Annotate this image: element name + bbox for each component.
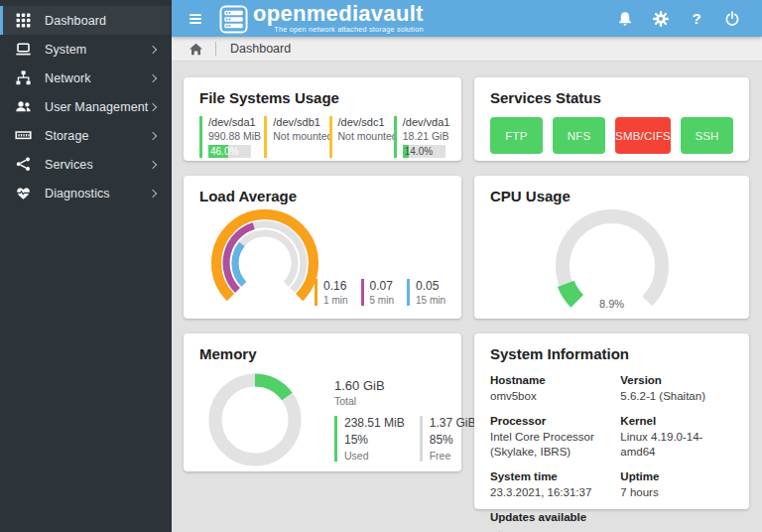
sidebar-item-diagnostics[interactable]: Diagnostics — [0, 179, 172, 207]
sidebar-item-system[interactable]: System — [0, 35, 172, 64]
app-title: openmediavault — [253, 3, 424, 25]
usage-percent-label: 46.0% — [210, 145, 238, 158]
sidebar-item-label: Network — [45, 71, 150, 85]
sidebar-item-dashboard[interactable]: Dashboard — [0, 6, 172, 35]
network-icon — [15, 69, 32, 86]
users-icon — [15, 98, 32, 115]
filesystem-item: /dev/vda1 18.21 GiB 14.0% — [394, 116, 445, 158]
filesystem-detail: Not mounted — [273, 130, 316, 142]
card-title: System Information — [490, 345, 733, 362]
power-button[interactable] — [718, 4, 746, 34]
sidebar: Dashboard System Network User Management — [0, 0, 172, 532]
memory-free-stat: 1.37 GiB 85% Free — [420, 416, 476, 462]
breadcrumb-divider — [215, 42, 216, 56]
filesystem-detail: Not mounted — [338, 130, 381, 142]
legend-value: 0.05 — [416, 279, 445, 293]
filesystem-device: /dev/sda1 — [208, 116, 251, 128]
legend-item-1min: 0.16 1 min — [315, 279, 347, 306]
updates-check-icon: ✓ — [490, 526, 608, 532]
field-value: 5.6.2-1 (Shaitan) — [620, 389, 733, 404]
stat-label: Used — [344, 450, 405, 462]
stat-percent: 85% — [430, 433, 476, 447]
filesystem-device: /dev/sdc1 — [338, 116, 381, 128]
sidebar-item-label: Services — [45, 158, 150, 172]
stat-percent: 15% — [344, 433, 405, 447]
stat-label: Free — [430, 450, 476, 462]
service-status-badge-ftp: FTP — [490, 117, 543, 154]
gear-icon — [652, 10, 670, 28]
field-label: System time — [490, 470, 608, 482]
help-button[interactable]: ? — [683, 4, 710, 34]
memory-total-value: 1.60 GiB — [334, 378, 475, 393]
openmediavault-logo-icon — [219, 5, 248, 34]
dashboard-icon — [15, 12, 32, 29]
card-title: Services Status — [490, 89, 733, 106]
services-status-card: Services Status FTP NFS SMB/CIFS SSH — [474, 77, 749, 161]
filesystem-item: /dev/sda1 990.88 MiB 46.0% — [199, 116, 251, 158]
legend-label: 1 min — [323, 295, 347, 306]
stat-value: 238.51 MiB — [344, 416, 405, 430]
service-status-badge-ssh: SSH — [681, 117, 733, 154]
field-label: Hostname — [490, 374, 608, 386]
filesystem-item: /dev/sdc1 Not mounted — [329, 116, 381, 158]
cpu-usage-card: CPU Usage 8.9% — [474, 176, 749, 319]
legend-label: 5 min — [370, 295, 394, 306]
chevron-right-icon — [149, 102, 157, 110]
notifications-button[interactable] — [611, 4, 639, 34]
memory-donut-chart — [203, 368, 307, 471]
chevron-right-icon — [149, 189, 157, 197]
settings-button[interactable] — [647, 4, 675, 34]
home-icon[interactable] — [189, 42, 203, 57]
filesystem-item: /dev/sdb1 Not mounted — [264, 116, 316, 158]
filesystem-detail: 990.88 MiB — [208, 130, 251, 142]
filesystem-device: /dev/sdb1 — [273, 116, 316, 128]
field-value: Linux 4.19.0-14-amd64 — [620, 430, 733, 460]
field-label: Kernel — [620, 415, 733, 427]
stat-value: 1.37 GiB — [430, 416, 476, 430]
legend-label: 15 min — [416, 295, 445, 306]
system-information-card: System Information Hostname omv5box Vers… — [474, 333, 749, 509]
card-title: File Systems Usage — [199, 89, 445, 106]
card-title: Memory — [199, 345, 445, 362]
sidebar-item-label: System — [45, 43, 150, 57]
services-icon — [15, 156, 32, 173]
service-status-badge-nfs: NFS — [553, 117, 605, 154]
filesystem-device: /dev/vda1 — [403, 116, 445, 128]
hamburger-menu-button[interactable] — [182, 4, 209, 34]
sysinfo-field-hostname: Hostname omv5box — [490, 374, 608, 404]
sysinfo-field-processor: Processor Intel Core Processor (Skylake,… — [490, 415, 608, 460]
power-icon — [723, 10, 741, 28]
sidebar-item-storage[interactable]: Storage — [0, 121, 172, 150]
sysinfo-field-uptime: Uptime 7 hours — [620, 470, 733, 500]
field-label: Updates available — [490, 511, 608, 523]
sysinfo-field-system-time: System time 23.3.2021, 16:31:37 — [490, 470, 608, 500]
sidebar-item-services[interactable]: Services — [0, 150, 172, 179]
system-icon — [15, 41, 32, 58]
field-label: Processor — [490, 415, 608, 427]
memory-total-label: Total — [334, 395, 475, 407]
card-title: CPU Usage — [490, 188, 733, 204]
legend-value: 0.16 — [323, 279, 347, 293]
app-logo: openmediavault The open network attached… — [219, 3, 424, 33]
filesystems-card: File Systems Usage /dev/sda1 990.88 MiB … — [184, 77, 461, 161]
sidebar-item-network[interactable]: Network — [0, 64, 172, 92]
cpu-percent-label: 8.9% — [599, 298, 624, 310]
chevron-right-icon — [149, 73, 157, 81]
app-root: Dashboard System Network User Management — [0, 0, 762, 532]
memory-used-stat: 238.51 MiB 15% Used — [334, 416, 405, 462]
breadcrumb-page: Dashboard — [230, 42, 291, 56]
breadcrumb: Dashboard — [172, 37, 762, 62]
chevron-right-icon — [149, 131, 157, 139]
question-icon: ? — [692, 10, 700, 27]
field-value: 23.3.2021, 16:31:37 — [490, 485, 608, 500]
field-value: omv5box — [490, 389, 608, 404]
legend-item-15min: 0.05 15 min — [407, 279, 445, 306]
legend-item-5min: 0.07 5 min — [361, 279, 394, 306]
field-label: Version — [620, 374, 733, 386]
legend-value: 0.07 — [370, 279, 394, 293]
sidebar-item-user-management[interactable]: User Management — [0, 92, 172, 121]
field-value: Intel Core Processor (Skylake, IBRS) — [490, 430, 608, 460]
service-status-badge-smb: SMB/CIFS — [615, 117, 671, 154]
chevron-right-icon — [149, 45, 157, 53]
filesystem-detail: 18.21 GiB — [403, 130, 445, 142]
